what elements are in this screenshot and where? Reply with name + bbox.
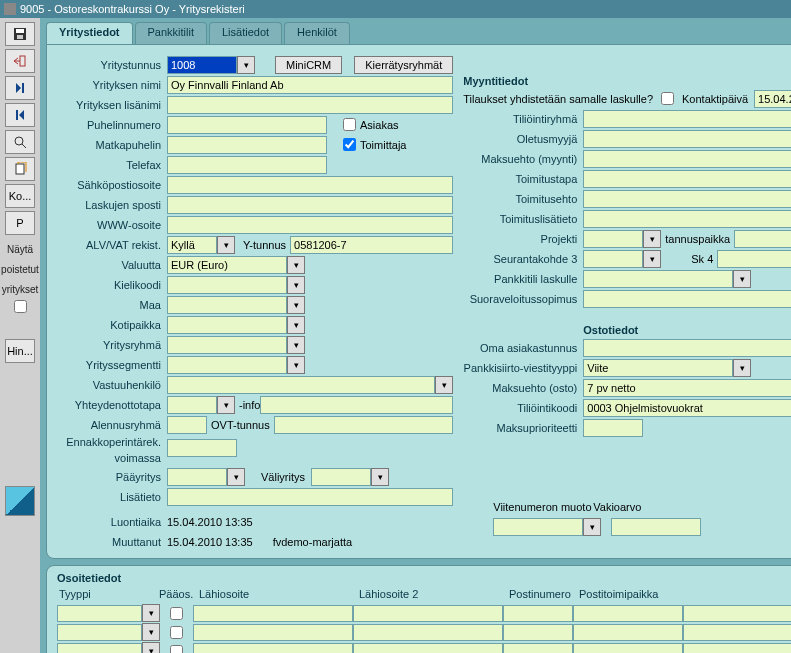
telefax-label: Telefax bbox=[57, 159, 167, 171]
telefax-field[interactable] bbox=[167, 156, 327, 174]
yritysryhma-dd[interactable] bbox=[287, 336, 305, 354]
ennakko-field[interactable] bbox=[167, 439, 237, 457]
kielikoodi-dd[interactable] bbox=[287, 276, 305, 294]
maksuehto-osto-field[interactable] bbox=[583, 379, 791, 397]
viitenumeron-dd[interactable] bbox=[583, 518, 601, 536]
toimitustapa-field[interactable] bbox=[583, 170, 791, 188]
matkapuhelin-field[interactable] bbox=[167, 136, 327, 154]
grid-tyyppi-dd[interactable] bbox=[142, 604, 160, 622]
yritysryhma-label: Yritysryhmä bbox=[57, 339, 167, 351]
p-button[interactable]: P bbox=[5, 211, 35, 235]
maa-dd[interactable] bbox=[287, 296, 305, 314]
projekti-dd[interactable] bbox=[643, 230, 661, 248]
valuutta-field[interactable] bbox=[167, 256, 287, 274]
sk4-field[interactable] bbox=[717, 250, 791, 268]
toimitusehto-field[interactable] bbox=[583, 190, 791, 208]
tannuspaikka-field[interactable] bbox=[734, 230, 791, 248]
tab-henkilot[interactable]: Henkilöt bbox=[284, 22, 350, 44]
search-button[interactable] bbox=[5, 130, 35, 154]
grid-tyyppi-dd[interactable] bbox=[142, 623, 160, 641]
asiakas-checkbox[interactable] bbox=[343, 118, 356, 131]
valiyritys-field[interactable] bbox=[311, 468, 371, 486]
grid-paaos-chk[interactable] bbox=[170, 607, 183, 620]
suoraveloitus-field[interactable] bbox=[583, 290, 791, 308]
vastuuhenkilo-field[interactable] bbox=[167, 376, 435, 394]
table-row[interactable] bbox=[57, 642, 791, 653]
save-button[interactable] bbox=[5, 22, 35, 46]
oma-asiakas-field[interactable] bbox=[583, 339, 791, 357]
tab-pankkitilit[interactable]: Pankkitilit bbox=[135, 22, 207, 44]
table-row[interactable] bbox=[57, 623, 791, 641]
yritystunnus-lookup[interactable] bbox=[237, 56, 255, 74]
alennusryhma-field[interactable] bbox=[167, 416, 207, 434]
laskujen-sposti-field[interactable] bbox=[167, 196, 453, 214]
table-row[interactable] bbox=[57, 604, 791, 622]
kontaktipaiva-label: Kontaktipäivä bbox=[682, 93, 754, 105]
ytunnus-field[interactable] bbox=[290, 236, 453, 254]
yhdist-checkbox[interactable] bbox=[661, 92, 674, 105]
tab-lisatiedot[interactable]: Lisätiedot bbox=[209, 22, 282, 44]
maksuehto-myynti-field[interactable] bbox=[583, 150, 791, 168]
kotipaikka-dd[interactable] bbox=[287, 316, 305, 334]
viitenumeron-field[interactable] bbox=[493, 518, 583, 536]
yritysryhma-field[interactable] bbox=[167, 336, 287, 354]
kontaktipaiva-field[interactable] bbox=[754, 90, 791, 108]
ovt-field[interactable] bbox=[274, 416, 454, 434]
alvvat-field[interactable] bbox=[167, 236, 217, 254]
yrityssegmentti-field[interactable] bbox=[167, 356, 287, 374]
info-field[interactable] bbox=[260, 396, 453, 414]
valuutta-dd[interactable] bbox=[287, 256, 305, 274]
alvvat-dd[interactable] bbox=[217, 236, 235, 254]
prev-button[interactable] bbox=[5, 103, 35, 127]
grid-paaos-chk[interactable] bbox=[170, 645, 183, 654]
vakioarvo-field[interactable] bbox=[611, 518, 701, 536]
osoitetiedot-grid: Osoitetiedot Tyyppi Pääos. Lähiosoite Lä… bbox=[46, 565, 791, 653]
seurantakohde-dd[interactable] bbox=[643, 250, 661, 268]
pankkisiirto-field[interactable] bbox=[583, 359, 733, 377]
pankkitili-field[interactable] bbox=[583, 270, 733, 288]
yhteydenotto-dd[interactable] bbox=[217, 396, 235, 414]
paayritys-dd[interactable] bbox=[227, 468, 245, 486]
kierratys-button[interactable]: Kierrätysryhmät bbox=[354, 56, 453, 74]
yrityssegmentti-dd[interactable] bbox=[287, 356, 305, 374]
grid-tyyppi-dd[interactable] bbox=[142, 642, 160, 653]
next-button[interactable] bbox=[5, 76, 35, 100]
oletusmyyja-field[interactable] bbox=[583, 130, 791, 148]
ko-button[interactable]: Ko... bbox=[5, 184, 35, 208]
tiliointikoodi-field[interactable] bbox=[583, 399, 791, 417]
yritystunnus-field[interactable] bbox=[167, 56, 237, 74]
maa-field[interactable] bbox=[167, 296, 287, 314]
pankkitili-dd[interactable] bbox=[733, 270, 751, 288]
grid-paaos-chk[interactable] bbox=[170, 626, 183, 639]
tab-yritystiedot[interactable]: Yritystiedot bbox=[46, 22, 133, 44]
hin-button[interactable]: Hin... bbox=[5, 339, 35, 363]
seurantakohde-label: Seurantakohde 3 bbox=[463, 253, 583, 265]
projekti-field[interactable] bbox=[583, 230, 643, 248]
kielikoodi-field[interactable] bbox=[167, 276, 287, 294]
svg-rect-5 bbox=[16, 110, 18, 120]
show-deleted-checkbox[interactable] bbox=[14, 300, 27, 313]
paayritys-field[interactable] bbox=[167, 468, 227, 486]
vastuuhenkilo-dd[interactable] bbox=[435, 376, 453, 394]
seurantakohde-field[interactable] bbox=[583, 250, 643, 268]
new-button[interactable] bbox=[5, 157, 35, 181]
pankkisiirto-dd[interactable] bbox=[733, 359, 751, 377]
tiliointiryhma-field[interactable] bbox=[583, 110, 791, 128]
yrityksen-nimi-label: Yrityksen nimi bbox=[57, 79, 167, 91]
sahkoposti-field[interactable] bbox=[167, 176, 453, 194]
lisatieto-field[interactable] bbox=[167, 488, 453, 506]
valiyritys-dd[interactable] bbox=[371, 468, 389, 486]
puhelin-field[interactable] bbox=[167, 116, 327, 134]
projekti-label: Projekti bbox=[463, 233, 583, 245]
lisanimi-field[interactable] bbox=[167, 96, 453, 114]
toimittaja-checkbox[interactable] bbox=[343, 138, 356, 151]
yhteydenotto-field[interactable] bbox=[167, 396, 217, 414]
grid-hdr-lahiosoite2: Lähiosoite 2 bbox=[357, 588, 507, 604]
minicrm-button[interactable]: MiniCRM bbox=[275, 56, 342, 74]
maksuprioriteetti-field[interactable] bbox=[583, 419, 643, 437]
exit-button[interactable] bbox=[5, 49, 35, 73]
kotipaikka-field[interactable] bbox=[167, 316, 287, 334]
toimituslisatieto-field[interactable] bbox=[583, 210, 791, 228]
www-field[interactable] bbox=[167, 216, 453, 234]
yrityksen-nimi-field[interactable] bbox=[167, 76, 453, 94]
